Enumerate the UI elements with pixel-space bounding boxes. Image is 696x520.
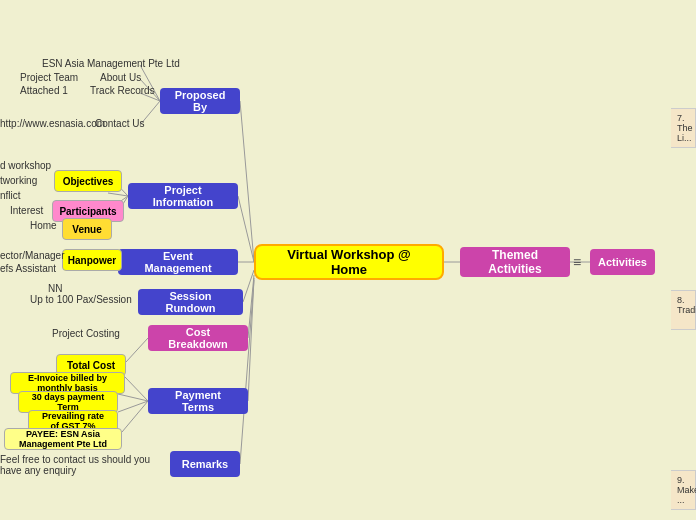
svg-line-3 (243, 270, 254, 302)
svg-line-22 (122, 401, 148, 432)
activities-node[interactable]: Activities (590, 249, 655, 275)
hanpower-label: Hanpower (68, 255, 116, 266)
central-label: Virtual Workshop @ Home (270, 247, 428, 277)
svg-line-19 (125, 377, 148, 401)
session-node[interactable]: Session Rundown (138, 289, 243, 315)
payment-node[interactable]: Payment Terms (148, 388, 248, 414)
admin-label: efs Assistant (0, 263, 56, 274)
networking-label: tworking (0, 175, 37, 186)
nn-label: NN (48, 283, 62, 294)
themed-activities-node[interactable]: Themed Activities (460, 247, 570, 277)
attached-label: Attached 1 (20, 85, 68, 96)
mindmap-canvas: Virtual Workshop @ Home Proposed By Proj… (0, 0, 696, 520)
svg-line-0 (240, 101, 254, 262)
project-info-node[interactable]: Project Information (128, 183, 238, 209)
objectives-node[interactable]: Objectives (54, 170, 122, 192)
project-team-label: Project Team (20, 72, 78, 83)
esnasia-label: ESN Asia Management Pte Ltd (42, 58, 180, 69)
remarks-label: Remarks (182, 458, 228, 470)
event-mgmt-node[interactable]: Event Management (118, 249, 238, 275)
workshop-label: d workshop (0, 160, 51, 171)
hanpower-node[interactable]: Hanpower (62, 249, 122, 271)
svg-line-1 (238, 196, 254, 262)
themed-label: Themed Activities (470, 248, 560, 276)
divider-icon: ≡ (573, 254, 581, 270)
project-info-label: Project Information (138, 184, 228, 208)
payee-label: PAYEE: ESN Asia Management Pte Ltd (5, 429, 121, 449)
director-label: ector/Manager (0, 250, 64, 261)
svg-line-21 (118, 401, 148, 412)
side-tab-1-label: 7. The Li... (677, 113, 693, 143)
activities-label: Activities (598, 256, 647, 268)
participants-label: Participants (59, 206, 116, 217)
event-mgmt-label: Event Management (128, 250, 228, 274)
side-tab-1[interactable]: 7. The Li... (671, 108, 696, 148)
project-costing-label: Project Costing (52, 328, 120, 339)
thirty-days-label: 30 days payment Term (27, 392, 109, 412)
einvoice-label: E-Invoice billed by monthly basis (19, 373, 116, 393)
conflict-label: nflict (0, 190, 21, 201)
proposed-by-label: Proposed By (170, 89, 230, 113)
session-label: Session Rundown (148, 290, 233, 314)
svg-line-4 (248, 275, 254, 338)
free-contact-label: Feel free to contact us should you have … (0, 454, 160, 476)
track-records-label: Track Records (90, 85, 155, 96)
central-node[interactable]: Virtual Workshop @ Home (254, 244, 444, 280)
svg-line-20 (118, 394, 148, 401)
venue-label: Venue (72, 224, 101, 235)
sessions-label: Up to 100 Pax/Session (30, 294, 132, 305)
payee-node[interactable]: PAYEE: ESN Asia Management Pte Ltd (4, 428, 122, 450)
cost-node[interactable]: Cost Breakdown (148, 325, 248, 351)
about-us-label: About Us (100, 72, 141, 83)
svg-line-18 (126, 338, 148, 362)
website-label: http://www.esnasia.com (0, 118, 105, 129)
total-cost-label: Total Cost (67, 360, 115, 371)
home-label: Home (30, 220, 57, 231)
interest-label: Interest (10, 205, 43, 216)
cost-label: Cost Breakdown (158, 326, 238, 350)
svg-line-14 (108, 193, 128, 196)
payment-label: Payment Terms (158, 389, 238, 413)
contact-us-label: Contact Us (95, 118, 144, 129)
proposed-by-node[interactable]: Proposed By (160, 88, 240, 114)
svg-line-5 (248, 278, 254, 401)
side-tab-3[interactable]: 9. Maker ... (671, 470, 696, 510)
side-tab-2-label: 8. Traditi... (677, 295, 696, 315)
side-tab-3-label: 9. Maker ... (677, 475, 696, 505)
remarks-node[interactable]: Remarks (170, 451, 240, 477)
side-tab-2[interactable]: 8. Traditi... (671, 290, 696, 330)
objectives-label: Objectives (63, 176, 114, 187)
venue-node[interactable]: Venue (62, 218, 112, 240)
